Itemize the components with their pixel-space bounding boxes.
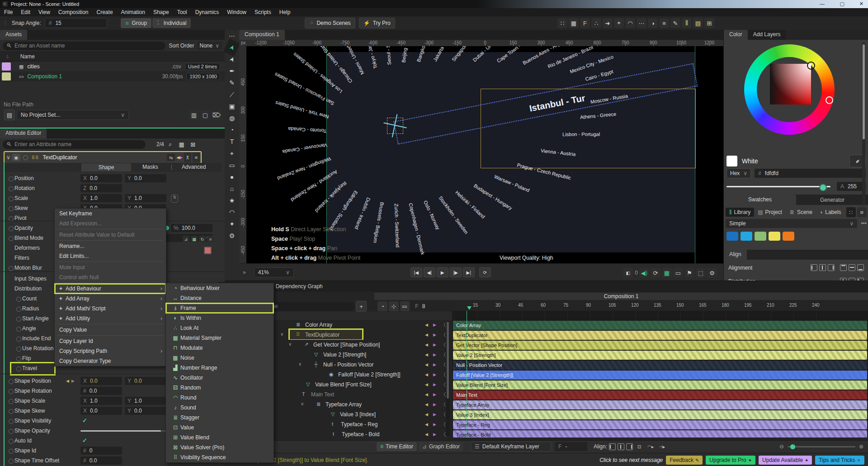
curve-icon[interactable]: ◠ — [625, 18, 635, 28]
list-view-icon[interactable]: ≡ — [857, 207, 867, 217]
loop-button[interactable]: ⟳ — [479, 267, 491, 277]
alpha-handle[interactable] — [819, 184, 827, 191]
prev-key-icon[interactable]: ◀ — [425, 362, 428, 367]
graph-icon[interactable]: ⊿ — [183, 236, 189, 243]
keyframe-dot-icon[interactable] — [9, 459, 14, 464]
track-bar-null-position-vector[interactable]: Null - Position Vector — [453, 361, 867, 370]
layer-chevron-icon[interactable]: ∨ — [288, 342, 292, 347]
swatch-set-select[interactable]: Simple∨ — [726, 219, 857, 228]
group-toggle[interactable]: ⠶Group — [121, 18, 151, 28]
keyframe-dot-icon[interactable] — [9, 176, 14, 181]
menu-item-reset-attribute-value-to-default[interactable]: Reset Attribute Value to Default — [55, 230, 166, 240]
star-tool[interactable]: ★ — [225, 195, 239, 206]
audio-icon[interactable]: ◀⟩ — [639, 268, 649, 278]
keyframe-dot-icon[interactable] — [16, 357, 21, 361]
submenu-item-random[interactable]: ⚄Random — [166, 383, 274, 393]
step-back-button[interactable]: ◀| — [424, 267, 435, 277]
submenu-item-material-sampler[interactable]: ▦Material Sampler — [166, 333, 274, 343]
zoom-out-icon[interactable]: ⊖ — [779, 443, 784, 450]
prev-key-icon[interactable]: ◀ — [425, 422, 428, 427]
keyframe-dot-icon[interactable] — [9, 429, 14, 434]
align-hcenter-icon[interactable] — [819, 264, 826, 271]
alpha-slider[interactable] — [726, 186, 830, 187]
next-key-icon[interactable]: ▶ — [433, 323, 436, 327]
submenu-item-distance[interactable]: ↔Distance — [166, 293, 274, 303]
menu-scripts[interactable]: Scripts — [250, 8, 275, 16]
snap-angle-input[interactable]: # 15 — [45, 18, 107, 28]
grid-icon[interactable]: ⊞ — [704, 18, 714, 28]
track-bar-color-array[interactable]: Color Array — [453, 321, 867, 330]
demo-scenes-button[interactable]: ⁘Demo Scenes — [305, 18, 355, 29]
frame-f-icon[interactable]: F — [580, 18, 590, 28]
trash-icon[interactable]: ⌦ — [212, 110, 222, 120]
layer-name[interactable]: Typeface Array — [326, 401, 362, 408]
menu-item-copy-value[interactable]: Copy Value — [55, 325, 166, 335]
submenu-item-value-blend[interactable]: ⊞Value Blend — [166, 433, 274, 442]
keyframe-dot-icon[interactable] — [9, 399, 14, 404]
next-key-icon[interactable]: ▶ — [71, 379, 75, 383]
globe-tool[interactable]: ◍ — [225, 112, 239, 124]
keyframe-dot-icon[interactable] — [9, 389, 14, 394]
layer-name[interactable]: Null - Position Vector — [323, 361, 373, 368]
footer-frame-field[interactable]: F- — [555, 442, 587, 451]
keyframe-dot-icon[interactable] — [16, 297, 21, 302]
track-bar-typeface-reg[interactable]: Typeface - Reg — [453, 420, 867, 429]
grid-icon[interactable]: ▦ — [662, 268, 672, 278]
step-forward-button[interactable]: |▶ — [450, 267, 462, 277]
track-bar-typeface-array[interactable]: Typeface Array — [453, 400, 867, 409]
submenu-item-number-range[interactable]: ▟Number Range — [166, 363, 274, 373]
menu-item-rename-[interactable]: Rename... — [55, 241, 166, 251]
track-bar-get-vector-shape-position-[interactable]: Get Vector [Shape Position] — [453, 341, 867, 350]
go-start-button[interactable]: |◀ — [410, 267, 422, 277]
attr-field[interactable]: Y0.0 — [125, 174, 166, 182]
text-tool[interactable]: T — [225, 136, 239, 147]
keyframe-dot-icon[interactable] — [9, 439, 14, 444]
submenu-item-visibility-sequence[interactable]: ⠿Visibility Sequence — [166, 452, 274, 462]
target-tool[interactable]: ⌖ — [225, 147, 239, 159]
status-button-upgrade-to-pro[interactable]: Upgrade to Pro✦ — [706, 456, 755, 465]
menu-item-mute-input[interactable]: Mute Input — [55, 262, 166, 272]
zoom-level-select[interactable]: 41%∨ — [254, 267, 294, 277]
flags-icon[interactable]: ⚑ — [684, 268, 694, 278]
prev-key-icon[interactable]: ◀ — [425, 333, 428, 337]
layer-name[interactable]: Value 3 [Index] — [340, 411, 376, 418]
play-button[interactable]: ▶ — [437, 267, 448, 277]
menu-item-set-keyframe[interactable]: Set Keyframe — [55, 209, 166, 219]
status-button-feedback[interactable]: Feedback✎ — [666, 456, 703, 465]
asset-row[interactable]: ▦cities.csvUsed 2 times — [0, 62, 225, 71]
asset-name[interactable]: Composition 1 — [27, 73, 62, 80]
menu-dynamics[interactable]: Dynamics — [191, 8, 223, 16]
menu-item-copy-layer-id[interactable]: Copy Layer Id — [55, 336, 166, 346]
submenu-item-oscillator[interactable]: ∿Oscillator — [166, 373, 274, 383]
align-cols-icon[interactable]: ⫼ — [682, 18, 692, 28]
refresh-icon[interactable]: ↻ — [199, 236, 206, 243]
attr-field[interactable]: #0.0 — [80, 456, 122, 465]
asset-color-chip[interactable] — [2, 72, 11, 81]
attr-field[interactable]: #0 — [80, 447, 122, 455]
kf-align-left-icon[interactable] — [609, 443, 616, 450]
submenu-item-value-solver-pro-[interactable]: ⊠Value Solver (Pro) — [166, 442, 274, 452]
status-button-tips-and-tricks[interactable]: Tips and Tricks✧ — [815, 456, 864, 465]
tab-align[interactable]: Align — [724, 250, 747, 260]
swatch-chip[interactable] — [726, 232, 738, 241]
timeline-zoom-slider[interactable] — [788, 446, 855, 447]
menu-composition[interactable]: Composition — [54, 8, 93, 16]
layer-name[interactable]: Main Text — [311, 391, 334, 398]
menu-animation[interactable]: Animation — [117, 8, 149, 16]
track-bar-value-2-strength-[interactable]: Value 2 [Strength] — [453, 351, 867, 360]
layer-name[interactable]: Value Blend [Font Size] — [315, 381, 372, 388]
asset-color-chip[interactable] — [2, 62, 11, 71]
track-bar-typeface-bold[interactable]: Typeface - Bold — [453, 430, 867, 437]
next-key-icon[interactable]: ▶ — [433, 432, 436, 437]
project-set-select[interactable]: No Project Set...∨ — [17, 110, 129, 120]
align-left-icon[interactable] — [811, 264, 817, 271]
hex-input[interactable]: #fdfdfd — [755, 169, 866, 178]
alpha-field[interactable]: A255 — [837, 182, 866, 191]
prev-key-icon[interactable]: ◀ — [425, 372, 428, 377]
menu-window[interactable]: Window — [223, 8, 250, 16]
swatch-chip[interactable] — [769, 232, 780, 241]
minimize-button[interactable]: — — [820, 1, 825, 6]
swatch-more-button[interactable]: ••• — [861, 220, 867, 227]
prev-key-icon[interactable]: ◀ — [425, 323, 428, 327]
next-key-icon[interactable]: ▶ — [433, 422, 436, 427]
